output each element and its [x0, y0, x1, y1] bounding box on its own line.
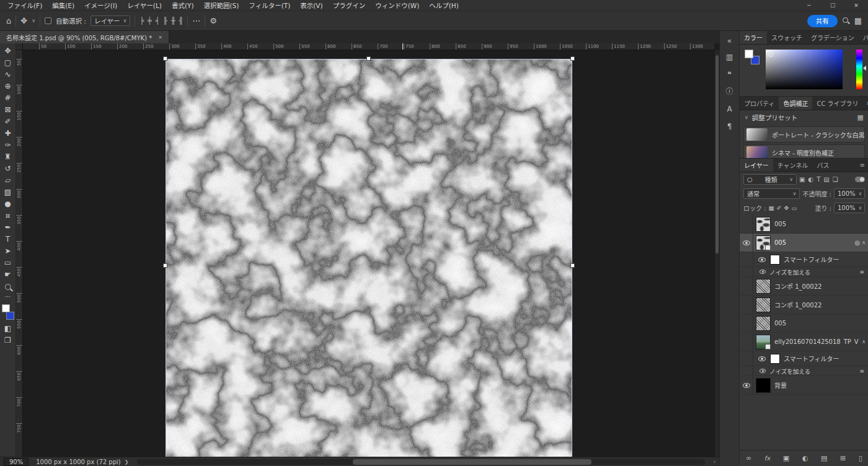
menu-item[interactable]: ヘルプ(H): [424, 1, 464, 10]
workspace-switcher-icon[interactable]: ▦: [854, 17, 862, 25]
transform-handle-middle-right[interactable]: [570, 263, 575, 268]
character-panel-icon[interactable]: A: [722, 102, 737, 116]
panel-tab[interactable]: カラー: [740, 31, 767, 44]
layer-mask-icon[interactable]: ▣: [783, 454, 789, 462]
type-tool[interactable]: T: [1, 234, 15, 245]
layer-effects-icon[interactable]: fx: [764, 455, 770, 462]
distribute-bottom-icon[interactable]: ╢: [179, 17, 184, 24]
layer-thumbnail[interactable]: [756, 335, 771, 350]
document-info[interactable]: 1000 px x 1000 px (72 ppi): [36, 459, 120, 465]
smart-filter-row[interactable]: スマートフィルター: [740, 252, 868, 267]
filter-item-row[interactable]: ノイズを加える ≡: [740, 366, 868, 376]
layer-thumbnail[interactable]: [756, 217, 771, 232]
status-chevron-icon[interactable]: ❯: [125, 459, 129, 465]
comment-panel-icon[interactable]: ❝: [722, 67, 737, 82]
link-layers-icon[interactable]: ∞: [746, 454, 751, 462]
transform-handle-middle-left[interactable]: [163, 263, 167, 268]
transform-handle-top-left[interactable]: [163, 56, 167, 61]
visibility-toggle[interactable]: [740, 376, 753, 394]
pen-tool[interactable]: ✒: [1, 222, 15, 234]
filter-name[interactable]: ノイズを加える: [769, 367, 810, 376]
layer-thumbnail[interactable]: [756, 235, 771, 250]
menu-item[interactable]: 書式(Y): [167, 1, 199, 10]
expand-smart-filters-icon[interactable]: ∧: [862, 339, 866, 345]
lasso-tool[interactable]: ∿: [1, 69, 15, 81]
transform-handle-top-right[interactable]: [570, 56, 575, 61]
layer-thumbnail[interactable]: [756, 279, 771, 294]
move-tool[interactable]: ✥: [1, 45, 15, 57]
eyedropper-tool[interactable]: ✐: [1, 116, 15, 128]
grid-view-icon[interactable]: ▦: [857, 113, 864, 121]
filter-pixel-layers-icon[interactable]: ▣: [799, 176, 805, 183]
tool-settings-gear-icon[interactable]: ⚙: [210, 17, 217, 25]
panel-tab[interactable]: CC ライブラリ: [812, 97, 862, 110]
panel-color-swatches[interactable]: [745, 50, 761, 66]
quick-mask-icon[interactable]: ◧: [1, 323, 15, 335]
visibility-toggle[interactable]: [740, 234, 753, 252]
menu-item[interactable]: ファイル(F): [2, 1, 47, 10]
horizontal-scrollbar-thumb[interactable]: [353, 459, 591, 465]
gradient-tool[interactable]: ▧: [1, 187, 15, 198]
filter-blending-options-icon[interactable]: ≡: [859, 368, 864, 374]
clone-stamp-tool[interactable]: ♜: [1, 151, 15, 163]
document-tab[interactable]: 名称未設定 1.psd @ 90% (005, RGB/8#/CMYK) * ✕: [0, 31, 169, 43]
healing-brush-tool[interactable]: ✚: [1, 128, 15, 139]
opacity-field[interactable]: 100% ∨: [834, 188, 865, 199]
layer-row[interactable]: 005 ◎ ∧: [740, 314, 868, 333]
tool-preset-caret-icon[interactable]: ∨: [32, 18, 35, 24]
menu-item[interactable]: 編集(E): [47, 1, 79, 10]
adjustment-layer-icon[interactable]: ◐: [802, 454, 808, 462]
hue-slider[interactable]: [856, 50, 862, 89]
share-button[interactable]: 共有: [807, 15, 838, 27]
hue-slider-handle[interactable]: [863, 66, 866, 71]
new-layer-icon[interactable]: ⊞: [840, 454, 846, 462]
visibility-toggle[interactable]: [740, 277, 753, 295]
align-left-icon[interactable]: ╞: [140, 17, 144, 24]
panel-tab[interactable]: スウォッチ: [767, 31, 807, 44]
canvas-image[interactable]: [166, 59, 572, 457]
menu-item[interactable]: イメージ(I): [79, 1, 122, 10]
filter-smart-objects-icon[interactable]: ❏: [833, 176, 838, 183]
eye-icon[interactable]: [758, 257, 766, 262]
canvas-area[interactable]: 5010015020025030035040045050055060065070…: [16, 43, 719, 457]
vertical-scrollbar-thumb[interactable]: [715, 55, 719, 253]
adjustment-preset[interactable]: ポートレート - クラシックな白黒: [743, 126, 865, 143]
brush-tool[interactable]: ✑: [1, 139, 15, 151]
expand-smart-filters-icon[interactable]: ∧: [862, 240, 866, 245]
background-color-swatch[interactable]: [6, 312, 14, 320]
blend-mode-dropdown[interactable]: 通常 ∨: [743, 188, 800, 199]
marquee-tool[interactable]: ▢: [1, 57, 15, 69]
zoom-level-field[interactable]: 90%: [4, 458, 29, 466]
smart-filter-row[interactable]: スマートフィルター: [740, 351, 868, 366]
layer-group-icon[interactable]: ▤: [821, 454, 827, 462]
menu-item[interactable]: プラグイン: [328, 1, 371, 10]
adjustment-preset[interactable]: シネマ - 明度別色補正: [743, 144, 865, 159]
layer-name[interactable]: 005: [774, 239, 786, 246]
layer-name[interactable]: 005: [774, 221, 786, 227]
fill-field[interactable]: 100% ∨: [834, 203, 865, 213]
panel-tab[interactable]: チャンネル: [773, 159, 813, 172]
screen-mode-icon[interactable]: ❐: [1, 335, 15, 346]
menu-item[interactable]: フィルター(T): [244, 1, 295, 10]
filter-shape-layers-icon[interactable]: ▤: [823, 176, 829, 183]
auto-select-checkbox[interactable]: [45, 17, 51, 24]
shape-tool[interactable]: ▭: [1, 257, 15, 269]
menu-item[interactable]: レイヤー(L): [122, 1, 167, 10]
zoom-tool[interactable]: ○: [1, 281, 15, 292]
auto-select-target-dropdown[interactable]: レイヤー ∨: [91, 15, 131, 26]
layer-name[interactable]: コンポ 1_00022: [774, 281, 822, 291]
lock-paint-icon[interactable]: ✐: [777, 204, 782, 211]
panel-tab[interactable]: パス: [812, 159, 833, 172]
eye-icon[interactable]: [760, 270, 766, 274]
history-brush-tool[interactable]: ↺: [1, 163, 15, 175]
layer-row[interactable]: コンポ 1_00022 ◎ ∧: [740, 277, 868, 296]
visibility-toggle[interactable]: [740, 314, 753, 332]
smart-filter-label[interactable]: スマートフィルター: [784, 255, 839, 264]
filter-item-row[interactable]: ノイズを加える ≡: [740, 267, 868, 277]
distribute-top-icon[interactable]: ╟: [163, 17, 167, 24]
foreground-color-swatch[interactable]: [745, 50, 753, 58]
panel-tab[interactable]: パターン: [859, 31, 868, 44]
menu-item[interactable]: ウィンドウ(W): [370, 1, 424, 10]
transform-handle-top-middle[interactable]: [366, 56, 371, 61]
filter-adjustment-layers-icon[interactable]: ◐: [808, 176, 813, 183]
